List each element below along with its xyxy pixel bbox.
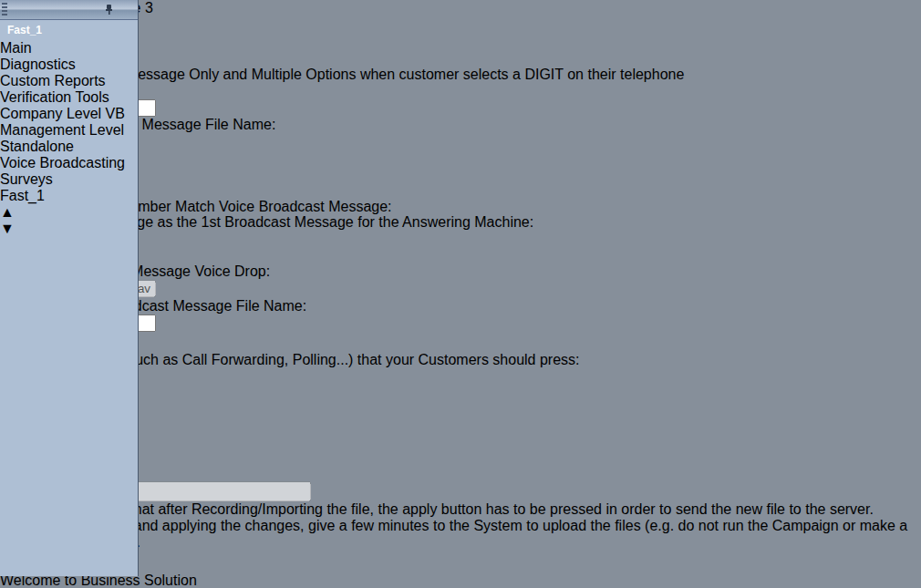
sidebar-item-verification-tools[interactable]: Verification Tools bbox=[0, 89, 138, 106]
sidebar-item-main[interactable]: Main bbox=[0, 40, 138, 57]
sidebar-item-fast1-selected[interactable]: Fast_1 bbox=[0, 20, 138, 40]
sidebar-item-voice-broadcasting[interactable]: Voice Broadcasting bbox=[0, 155, 138, 171]
sidebar-item-company-level-vb[interactable]: Company Level VB bbox=[0, 106, 138, 122]
sidebar-item-standalone[interactable]: Standalone bbox=[0, 139, 138, 155]
grip-dots-icon bbox=[2, 3, 9, 17]
chevron-up-down-icon[interactable]: ▲▼ bbox=[0, 204, 138, 237]
sidebar: Fast_1 Main Diagnostics Custom Reports V… bbox=[0, 0, 139, 576]
sidebar-item-fast1[interactable]: Fast_1 bbox=[0, 188, 138, 204]
sidebar-item-diagnostics[interactable]: Diagnostics bbox=[0, 57, 138, 73]
sidebar-nav: Main Diagnostics Custom Reports Verifica… bbox=[0, 40, 138, 204]
app-root: Fast_1 Main Diagnostics Custom Reports V… bbox=[0, 0, 921, 588]
pin-icon[interactable] bbox=[104, 4, 114, 15]
sidebar-header bbox=[0, 0, 138, 20]
sidebar-footer: ▲▼ bbox=[0, 204, 138, 237]
sidebar-item-custom-reports[interactable]: Custom Reports bbox=[0, 73, 138, 89]
file-name-input bbox=[115, 481, 311, 501]
sidebar-item-surveys[interactable]: Surveys bbox=[0, 171, 138, 188]
sidebar-item-management-level[interactable]: Management Level bbox=[0, 122, 138, 139]
